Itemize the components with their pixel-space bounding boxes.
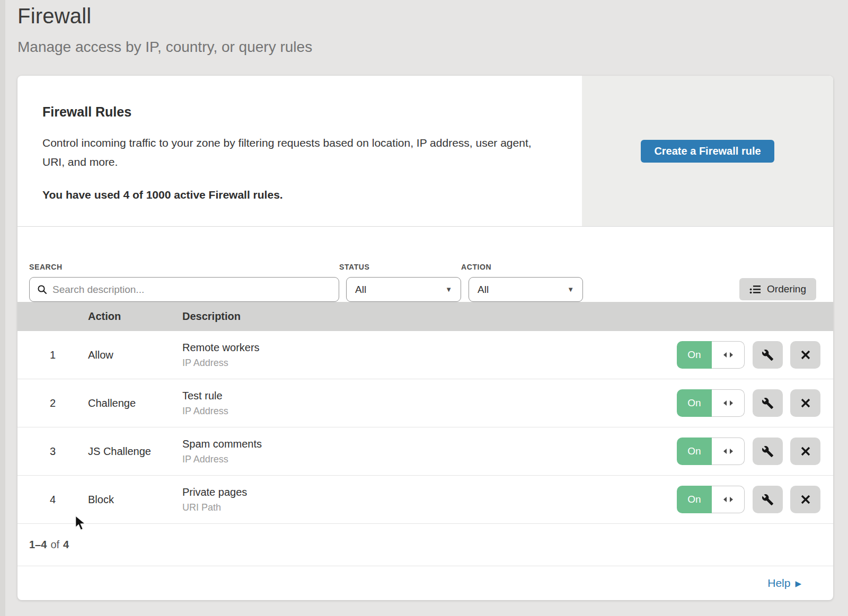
pagination-total: 4	[63, 539, 69, 551]
wrench-icon	[762, 397, 774, 409]
ordering-button[interactable]: Ordering	[739, 278, 816, 300]
rule-controls: On	[677, 341, 820, 369]
wrench-icon	[762, 349, 774, 361]
toggle-arrows-icon	[712, 486, 745, 513]
toggle-on-label: On	[677, 341, 712, 369]
edit-rule-button[interactable]	[753, 486, 783, 513]
ordering-list-icon	[749, 284, 761, 294]
rule-match-type: IP Address	[182, 454, 677, 465]
action-select[interactable]: All ▼	[469, 277, 583, 302]
action-label: ACTION	[461, 263, 583, 271]
rule-enabled-toggle[interactable]: On	[677, 389, 745, 417]
table-row: 1 Allow Remote workers IP Address On	[17, 331, 833, 379]
rule-controls: On	[677, 438, 820, 465]
help-link[interactable]: Help ▶	[767, 577, 801, 590]
overview-text-block: Firewall Rules Control incoming traffic …	[17, 76, 582, 226]
status-group: STATUS All ▼	[339, 263, 461, 302]
page-subtitle: Manage access by IP, country, or query r…	[17, 39, 312, 56]
overview-heading: Firewall Rules	[42, 104, 561, 120]
action-group: ACTION All ▼	[461, 263, 583, 302]
overview-description: Control incoming traffic to your zone by…	[42, 133, 551, 172]
rule-match-type: IP Address	[182, 406, 677, 417]
status-label: STATUS	[339, 263, 461, 271]
rule-priority: 3	[17, 445, 88, 458]
rule-description: Spam comments	[182, 438, 677, 450]
search-box	[29, 277, 339, 302]
delete-rule-button[interactable]	[790, 389, 820, 417]
chevron-down-icon: ▼	[445, 285, 452, 293]
search-input[interactable]	[52, 284, 331, 296]
column-header-action: Action	[88, 310, 182, 323]
rule-enabled-toggle[interactable]: On	[677, 486, 745, 513]
rule-controls: On	[677, 486, 820, 513]
toggle-on-label: On	[677, 486, 712, 513]
pagination: 1–4 of 4	[17, 524, 833, 566]
rule-controls: On	[677, 389, 820, 417]
page-left-edge	[0, 0, 5, 616]
overview-section: Firewall Rules Control incoming traffic …	[17, 76, 833, 227]
close-icon	[800, 446, 811, 457]
status-select[interactable]: All ▼	[346, 277, 461, 302]
column-header-description: Description	[182, 310, 833, 323]
rule-priority: 1	[17, 349, 88, 361]
rule-action: Challenge	[88, 397, 182, 409]
toggle-arrows-icon	[712, 389, 745, 417]
toggle-arrows-icon	[712, 341, 745, 369]
rules-table: Action Description 1 Allow Remote worker…	[17, 302, 833, 566]
table-header: Action Description	[17, 302, 833, 331]
search-icon	[37, 284, 47, 294]
create-firewall-rule-button[interactable]: Create a Firewall rule	[641, 140, 774, 163]
edit-rule-button[interactable]	[753, 389, 783, 417]
firewall-rules-card: Firewall Rules Control incoming traffic …	[17, 76, 833, 600]
edit-rule-button[interactable]	[753, 341, 783, 369]
delete-rule-button[interactable]	[790, 341, 820, 369]
create-rule-panel: Create a Firewall rule	[582, 76, 833, 226]
status-selected-value: All	[355, 284, 366, 296]
page-title: Firewall	[17, 4, 312, 28]
toggle-on-label: On	[677, 438, 712, 465]
rule-description: Remote workers	[182, 342, 677, 354]
table-row: 3 JS Challenge Spam comments IP Address …	[17, 427, 833, 476]
page-header: Firewall Manage access by IP, country, o…	[17, 4, 312, 56]
delete-rule-button[interactable]	[790, 438, 820, 465]
rule-description: Private pages	[182, 486, 677, 498]
rule-priority: 4	[17, 494, 88, 506]
pagination-range: 1–4	[29, 539, 47, 551]
search-label: SEARCH	[29, 263, 339, 271]
rule-action: Allow	[88, 349, 182, 361]
filters-bar: SEARCH STATUS All ▼ ACTION All ▼	[17, 227, 833, 302]
card-footer: Help ▶	[17, 566, 833, 600]
wrench-icon	[762, 494, 774, 506]
rule-action: JS Challenge	[88, 445, 182, 458]
toggle-arrows-icon	[712, 438, 745, 465]
close-icon	[800, 350, 811, 360]
action-selected-value: All	[478, 284, 489, 296]
rule-enabled-toggle[interactable]: On	[677, 341, 745, 369]
rule-match-type: IP Address	[182, 358, 677, 369]
table-row: 4 Block Private pages URI Path On	[17, 476, 833, 524]
rule-action: Block	[88, 494, 182, 506]
chevron-down-icon: ▼	[567, 285, 574, 293]
help-arrow-icon: ▶	[795, 579, 801, 587]
usage-summary: You have used 4 of 1000 active Firewall …	[42, 189, 561, 201]
rule-match-type: URI Path	[182, 502, 677, 513]
edit-rule-button[interactable]	[753, 438, 783, 465]
search-group: SEARCH	[29, 263, 339, 302]
ordering-button-label: Ordering	[767, 283, 806, 295]
rule-priority: 2	[17, 397, 88, 409]
rule-description: Test rule	[182, 390, 677, 402]
close-icon	[800, 398, 811, 408]
help-link-label: Help	[767, 577, 790, 590]
wrench-icon	[762, 445, 774, 458]
delete-rule-button[interactable]	[790, 486, 820, 513]
toggle-on-label: On	[677, 389, 712, 417]
rule-enabled-toggle[interactable]: On	[677, 438, 745, 465]
close-icon	[800, 494, 811, 505]
table-row: 2 Challenge Test rule IP Address On	[17, 379, 833, 427]
pagination-separator: of	[50, 539, 59, 551]
